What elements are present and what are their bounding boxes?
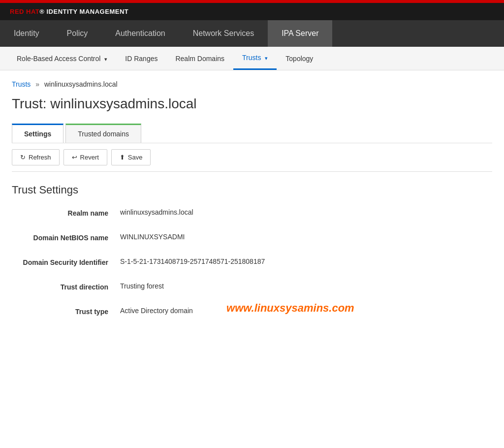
sid-label: Domain Security Identifier: [12, 257, 120, 266]
tabs-container: Settings Trusted domains: [12, 124, 492, 143]
settings-row-trust-direction: Trust direction Trusting forest: [12, 282, 356, 291]
netbios-label: Domain NetBIOS name: [12, 233, 120, 242]
logo-red-text: RED HAT: [10, 8, 39, 15]
realm-name-value: winlinuxsysadmins.local: [120, 208, 193, 216]
subnav-id-ranges[interactable]: ID Ranges: [116, 48, 166, 69]
refresh-icon: ↻: [20, 154, 26, 161]
settings-row-realm-name: Realm name winlinuxsysadmins.local: [12, 208, 356, 217]
subnav-rbac[interactable]: Role-Based Access Control ▾: [8, 48, 116, 69]
settings-table: Realm name winlinuxsysadmins.local Domai…: [12, 208, 356, 316]
breadcrumb: Trusts » winlinuxsysadmins.local: [12, 80, 492, 88]
tab-trusted-domains[interactable]: Trusted domains: [65, 124, 141, 143]
revert-label: Revert: [80, 154, 99, 161]
realm-name-label: Realm name: [12, 208, 120, 217]
main-content: Trusts » winlinuxsysadmins.local Trust: …: [0, 70, 504, 341]
breadcrumb-separator: »: [35, 80, 39, 88]
page-title-name: winlinuxsysadmins.local: [50, 96, 196, 111]
subnav-trusts[interactable]: Trusts ▾: [233, 47, 277, 70]
main-navigation: Identity Policy Authentication Network S…: [0, 20, 504, 47]
trust-direction-label: Trust direction: [12, 282, 120, 291]
refresh-label: Refresh: [29, 154, 51, 161]
save-button[interactable]: ⬆ Save: [111, 149, 151, 165]
section-title: Trust Settings: [12, 184, 492, 196]
nav-identity[interactable]: Identity: [0, 20, 53, 47]
page-title-prefix: Trust:: [12, 96, 47, 111]
subnav-topology[interactable]: Topology: [277, 48, 322, 69]
revert-icon: ↩: [72, 154, 77, 161]
breadcrumb-current: winlinuxsysadmins.local: [44, 80, 118, 88]
rbac-dropdown-arrow: ▾: [104, 56, 107, 62]
refresh-button[interactable]: ↻ Refresh: [12, 149, 60, 165]
app-header: RED HAT® IDENTITY MANAGEMENT: [0, 3, 504, 20]
settings-row-sid: Domain Security Identifier S-1-5-21-1731…: [12, 257, 356, 266]
sid-value: S-1-5-21-1731408719-2571748571-251808187: [120, 257, 265, 265]
trusts-dropdown-arrow: ▾: [265, 55, 268, 61]
trust-direction-value: Trusting forest: [120, 282, 164, 290]
trust-type-value: Active Directory domain: [120, 307, 193, 315]
revert-button[interactable]: ↩ Revert: [63, 149, 107, 165]
app-logo: RED HAT® IDENTITY MANAGEMENT: [10, 8, 128, 15]
netbios-value: WINLINUXSYSADMI: [120, 233, 185, 241]
nav-network-services[interactable]: Network Services: [179, 20, 268, 47]
tab-settings[interactable]: Settings: [12, 124, 63, 143]
settings-row-netbios: Domain NetBIOS name WINLINUXSYSADMI: [12, 233, 356, 242]
action-bar: ↻ Refresh ↩ Revert ⬆ Save: [12, 143, 492, 172]
nav-policy[interactable]: Policy: [53, 20, 102, 47]
breadcrumb-parent[interactable]: Trusts: [12, 80, 31, 88]
page-title: Trust: winlinuxsysadmins.local: [12, 96, 492, 112]
save-icon: ⬆: [120, 154, 125, 161]
save-label: Save: [128, 154, 143, 161]
nav-ipa-server[interactable]: IPA Server: [268, 20, 332, 47]
sub-navigation: Role-Based Access Control ▾ ID Ranges Re…: [0, 47, 504, 70]
nav-authentication[interactable]: Authentication: [101, 20, 179, 47]
trust-type-label: Trust type: [12, 307, 120, 316]
subnav-realm-domains[interactable]: Realm Domains: [166, 48, 233, 69]
settings-row-trust-type: Trust type Active Directory domain: [12, 307, 356, 316]
